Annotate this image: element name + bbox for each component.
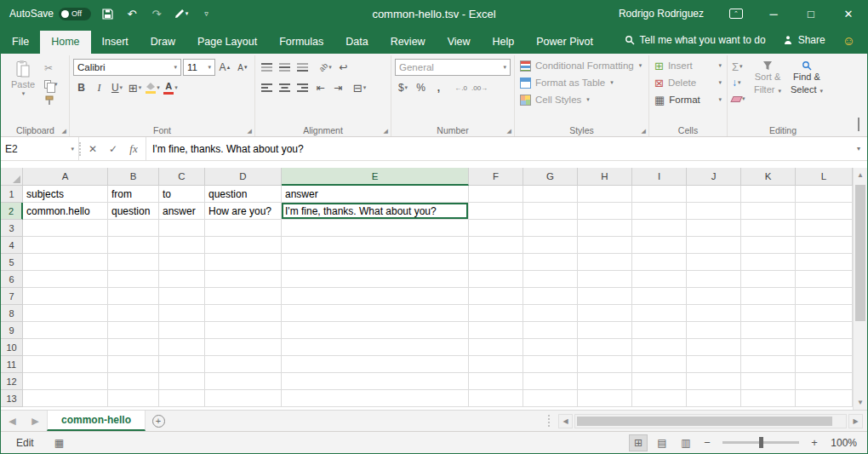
cell-C9[interactable]: [159, 322, 205, 339]
cell-I12[interactable]: [632, 373, 687, 390]
cell-B8[interactable]: [108, 305, 159, 322]
cell-F2[interactable]: [469, 203, 523, 220]
increase-decimal-button[interactable]: ←.0: [453, 79, 469, 96]
accounting-format-button[interactable]: $▾: [395, 79, 411, 96]
cell-H13[interactable]: [578, 390, 632, 407]
cell-L1[interactable]: [796, 186, 853, 203]
cell-E2[interactable]: I'm fine, thanks. What about you?: [282, 203, 469, 220]
cell-D2[interactable]: How are you?: [205, 203, 282, 220]
cell-J6[interactable]: [687, 271, 741, 288]
comma-style-button[interactable]: ,: [431, 79, 447, 96]
format-as-table-button[interactable]: Format as Table ▾: [518, 74, 645, 91]
cell-D13[interactable]: [205, 390, 282, 407]
sheet-nav-left-button[interactable]: ◀: [1, 411, 24, 431]
cell-L3[interactable]: [796, 220, 853, 237]
row-header-5[interactable]: 5: [1, 254, 23, 271]
cell-A6[interactable]: [23, 271, 108, 288]
cell-K11[interactable]: [741, 356, 796, 373]
zoom-out-button[interactable]: −: [700, 436, 714, 449]
cell-G5[interactable]: [523, 254, 578, 271]
font-family-select[interactable]: Calibri ▾: [73, 59, 181, 76]
row-header-12[interactable]: 12: [1, 373, 23, 390]
cell-H10[interactable]: [578, 339, 632, 356]
cell-L13[interactable]: [796, 390, 853, 407]
merge-center-button[interactable]: ⊟▾: [351, 79, 368, 96]
cell-L7[interactable]: [796, 288, 853, 305]
column-header-E[interactable]: E: [282, 168, 469, 186]
cell-K13[interactable]: [741, 390, 796, 407]
cell-B4[interactable]: [108, 237, 159, 254]
cell-H7[interactable]: [578, 288, 632, 305]
column-header-L[interactable]: L: [796, 168, 853, 186]
font-dialog-launcher[interactable]: ◢: [248, 128, 252, 134]
cell-H1[interactable]: [578, 186, 632, 203]
cell-F8[interactable]: [469, 305, 523, 322]
tell-me-box[interactable]: Tell me what you want to do: [625, 34, 766, 46]
maximize-button[interactable]: □: [792, 1, 830, 26]
cell-C11[interactable]: [159, 356, 205, 373]
cell-C13[interactable]: [159, 390, 205, 407]
cell-K10[interactable]: [741, 339, 796, 356]
tab-help[interactable]: Help: [482, 31, 526, 54]
wrap-text-button[interactable]: ↩: [335, 59, 351, 76]
zoom-slider[interactable]: [722, 441, 799, 444]
format-painter-button[interactable]: [43, 93, 60, 108]
scroll-down-icon[interactable]: ▼: [854, 395, 867, 410]
row-header-4[interactable]: 4: [1, 237, 23, 254]
cell-D11[interactable]: [205, 356, 282, 373]
cell-D10[interactable]: [205, 339, 282, 356]
minimize-button[interactable]: ─: [755, 1, 792, 26]
cell-I6[interactable]: [632, 271, 687, 288]
cell-E10[interactable]: [282, 339, 469, 356]
cell-H5[interactable]: [578, 254, 632, 271]
cell-F10[interactable]: [469, 339, 523, 356]
cell-K12[interactable]: [741, 373, 796, 390]
increase-indent-button[interactable]: ⇥: [330, 79, 346, 96]
sheet-bar-drag-handle[interactable]: [548, 415, 550, 427]
cell-H2[interactable]: [578, 203, 632, 220]
cell-F1[interactable]: [469, 186, 523, 203]
feedback-smiley-button[interactable]: ☺: [842, 33, 855, 48]
cell-C8[interactable]: [159, 305, 205, 322]
cell-G12[interactable]: [523, 373, 578, 390]
view-normal-button[interactable]: ⊞: [629, 434, 648, 451]
select-all-button[interactable]: [1, 168, 23, 186]
cell-H12[interactable]: [578, 373, 632, 390]
tab-file[interactable]: File: [1, 31, 40, 54]
cell-I7[interactable]: [632, 288, 687, 305]
cell-B2[interactable]: question: [108, 203, 159, 220]
cell-J13[interactable]: [687, 390, 741, 407]
cell-B5[interactable]: [108, 254, 159, 271]
cell-styles-button[interactable]: Cell Styles ▾: [518, 91, 645, 108]
copy-button[interactable]: ▾: [43, 77, 60, 92]
cell-K7[interactable]: [741, 288, 796, 305]
cell-D3[interactable]: [205, 220, 282, 237]
vertical-scroll-thumb[interactable]: [855, 185, 865, 321]
cell-B11[interactable]: [108, 356, 159, 373]
cell-G6[interactable]: [523, 271, 578, 288]
cell-F9[interactable]: [469, 322, 523, 339]
percent-style-button[interactable]: %: [413, 79, 429, 96]
column-header-F[interactable]: F: [469, 168, 523, 186]
cell-C3[interactable]: [159, 220, 205, 237]
number-dialog-launcher[interactable]: ◢: [507, 128, 511, 134]
enter-button[interactable]: ✓: [103, 140, 123, 158]
cell-L2[interactable]: [796, 203, 853, 220]
cell-E12[interactable]: [282, 373, 469, 390]
cell-F12[interactable]: [469, 373, 523, 390]
column-header-G[interactable]: G: [523, 168, 578, 186]
autosave-toggle[interactable]: AutoSave Off: [9, 8, 91, 20]
cell-L11[interactable]: [796, 356, 853, 373]
decrease-indent-button[interactable]: ⇤: [312, 79, 328, 96]
row-header-11[interactable]: 11: [1, 356, 23, 373]
column-header-D[interactable]: D: [205, 168, 282, 186]
cell-A5[interactable]: [23, 254, 108, 271]
cancel-button[interactable]: ✕: [83, 140, 103, 158]
cell-B1[interactable]: from: [108, 186, 159, 203]
sheet-nav-right-button[interactable]: ▶: [24, 411, 47, 431]
row-header-2[interactable]: 2: [1, 203, 23, 220]
column-header-J[interactable]: J: [687, 168, 741, 186]
cell-J2[interactable]: [687, 203, 741, 220]
cell-D6[interactable]: [205, 271, 282, 288]
cell-F7[interactable]: [469, 288, 523, 305]
